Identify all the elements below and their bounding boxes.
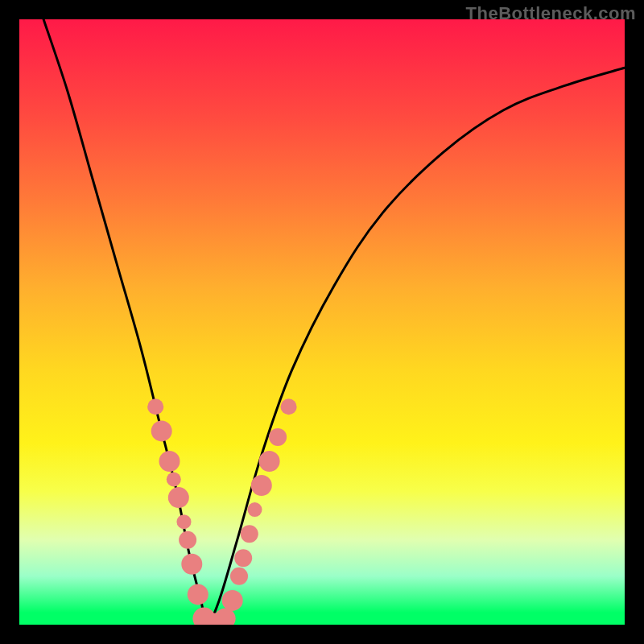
curve-marker — [167, 473, 181, 487]
curve-marker — [241, 525, 258, 543]
bottleneck-curve-path — [43, 19, 625, 625]
curve-marker — [230, 568, 248, 585]
curve-marker — [281, 398, 297, 415]
curve-marker — [168, 487, 189, 508]
curve-marker — [181, 554, 202, 575]
curve-marker — [259, 451, 280, 472]
curve-marker — [251, 475, 272, 496]
curve-marker — [188, 584, 208, 605]
curve-marker — [151, 420, 172, 441]
curve-marker — [177, 514, 192, 529]
curve-marker — [159, 451, 180, 472]
curve-marker — [234, 549, 252, 567]
bottleneck-curve-svg — [19, 19, 625, 625]
chart-plot-area — [19, 19, 625, 625]
curve-marker — [222, 590, 243, 611]
curve-marker — [248, 502, 262, 517]
curve-marker — [179, 531, 196, 549]
curve-marker — [147, 398, 163, 415]
curve-marker — [269, 428, 287, 446]
